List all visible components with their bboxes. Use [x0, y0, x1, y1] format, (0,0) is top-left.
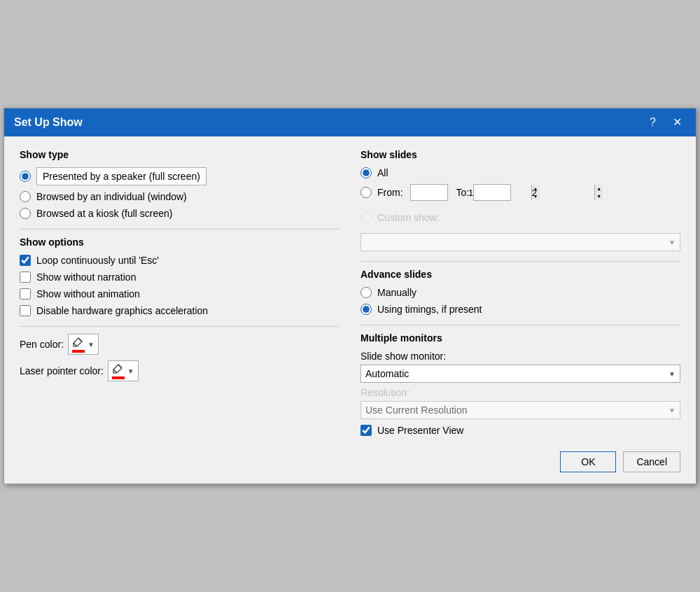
- option-disable-hw[interactable]: Disable hardware graphics acceleration: [20, 305, 340, 316]
- slides-to-up[interactable]: ▲: [595, 185, 603, 192]
- show-type-speaker-label: Presented by a speaker (full screen): [36, 167, 206, 185]
- divider-4: [360, 325, 680, 325]
- slides-to-arrows: ▲ ▼: [594, 185, 603, 200]
- dialog-body: Show type Presented by a speaker (full s…: [4, 136, 696, 446]
- slides-from-row: From: ▲ ▼ To: ▲ ▼: [360, 184, 680, 201]
- resolution-section: Resolution: Use Current Resolution ▼: [360, 387, 680, 419]
- svg-line-2: [74, 343, 77, 346]
- help-button[interactable]: ?: [645, 115, 660, 129]
- pen-color-arrow: ▼: [86, 341, 94, 348]
- slide-show-monitor-label: Slide show monitor:: [360, 351, 446, 362]
- show-slides-label: Show slides: [360, 149, 680, 160]
- laser-color-label: Laser pointer color:: [20, 365, 104, 376]
- advance-timings-radio[interactable]: [360, 304, 372, 315]
- show-type-kiosk-radio[interactable]: [20, 208, 31, 219]
- option-no-animation[interactable]: Show without animation: [20, 288, 340, 299]
- slides-all[interactable]: All: [360, 167, 680, 178]
- option-no-narration-checkbox[interactable]: [20, 272, 31, 283]
- resolution-dropdown[interactable]: Use Current Resolution ▼: [360, 401, 680, 419]
- svg-line-1: [78, 338, 82, 341]
- slide-show-monitor-section: Slide show monitor: Automatic ▼: [360, 351, 680, 383]
- slides-from[interactable]: From:: [360, 187, 403, 198]
- show-type-group: Presented by a speaker (full screen) Bro…: [20, 167, 340, 219]
- advance-slides-label: Advance slides: [360, 269, 680, 280]
- option-no-animation-checkbox[interactable]: [20, 288, 31, 299]
- cancel-button[interactable]: Cancel: [623, 451, 680, 472]
- show-type-individual-label: Browsed by an individual (window): [36, 191, 187, 202]
- laser-color-arrow: ▼: [126, 367, 134, 375]
- advance-manually-label: Manually: [377, 287, 416, 298]
- right-column: Show slides All From: ▲ ▼: [360, 149, 680, 436]
- multiple-monitors-label: Multiple monitors: [360, 332, 680, 344]
- show-type-kiosk-label: Browsed at a kiosk (full screen): [36, 208, 173, 219]
- show-slides-group: All From: ▲ ▼ To:: [360, 167, 680, 251]
- show-type-speaker[interactable]: Presented by a speaker (full screen): [20, 167, 340, 185]
- divider-3: [360, 261, 680, 262]
- svg-marker-0: [74, 338, 82, 346]
- slides-custom-label: Custom show:: [377, 212, 440, 223]
- show-type-speaker-radio[interactable]: [20, 171, 31, 182]
- laser-svg: [112, 363, 125, 376]
- setup-show-dialog: Set Up Show ? ✕ Show type Presented by a…: [4, 108, 696, 484]
- option-no-narration[interactable]: Show without narration: [20, 272, 340, 283]
- use-presenter-view[interactable]: Use Presenter View: [360, 425, 680, 436]
- show-options-label: Show options: [20, 237, 340, 248]
- pen-svg: [72, 337, 85, 349]
- option-loop-label: Loop continuously until 'Esc': [36, 255, 159, 266]
- custom-show-dropdown-arrow: ▼: [668, 239, 676, 246]
- advance-slides-group: Manually Using timings, if present: [360, 287, 680, 315]
- show-options-group: Loop continuously until 'Esc' Show witho…: [20, 255, 340, 316]
- show-type-individual-radio[interactable]: [20, 191, 31, 202]
- divider-1: [20, 229, 340, 230]
- option-disable-hw-label: Disable hardware graphics acceleration: [36, 305, 208, 316]
- divider-2: [20, 326, 340, 327]
- svg-line-5: [113, 369, 117, 373]
- pen-color-button[interactable]: ▼: [68, 334, 99, 355]
- ok-button[interactable]: OK: [560, 451, 616, 472]
- option-no-narration-label: Show without narration: [36, 272, 136, 283]
- left-column: Show type Presented by a speaker (full s…: [20, 149, 340, 436]
- option-loop[interactable]: Loop continuously until 'Esc': [20, 255, 340, 266]
- laser-color-row: Laser pointer color: ▼: [20, 360, 340, 381]
- slide-show-monitor-dropdown[interactable]: Automatic ▼: [360, 365, 680, 383]
- option-no-animation-label: Show without animation: [36, 288, 140, 299]
- slides-all-radio[interactable]: [360, 167, 372, 178]
- slides-from-radio[interactable]: [360, 187, 372, 198]
- pen-icon: [72, 337, 85, 353]
- advance-timings-label: Using timings, if present: [377, 304, 482, 315]
- slides-to-dn[interactable]: ▼: [595, 192, 603, 200]
- advance-timings[interactable]: Using timings, if present: [360, 304, 680, 315]
- svg-marker-3: [113, 365, 122, 373]
- slides-to-label: To:: [456, 187, 470, 198]
- resolution-value: Use Current Resolution: [365, 404, 468, 416]
- custom-show-row: Custom show:: [360, 212, 680, 223]
- show-type-kiosk[interactable]: Browsed at a kiosk (full screen): [20, 208, 340, 219]
- resolution-label: Resolution:: [360, 387, 410, 398]
- pen-color-label: Pen color:: [20, 339, 64, 350]
- pen-color-bar: [72, 350, 85, 353]
- advance-manually-radio[interactable]: [360, 287, 372, 298]
- option-loop-checkbox[interactable]: [20, 255, 31, 266]
- svg-line-4: [118, 365, 122, 368]
- show-type-individual[interactable]: Browsed by an individual (window): [20, 191, 340, 202]
- slides-to-spinbox: ▲ ▼: [473, 184, 511, 201]
- dialog-title: Set Up Show: [14, 116, 83, 129]
- laser-color-button[interactable]: ▼: [108, 360, 139, 381]
- advance-manually[interactable]: Manually: [360, 287, 680, 298]
- custom-show-dropdown[interactable]: ▼: [360, 233, 680, 251]
- slide-show-monitor-label-row: Slide show monitor:: [360, 351, 680, 362]
- slide-show-monitor-value: Automatic: [365, 368, 409, 379]
- slides-to-value[interactable]: [474, 188, 594, 198]
- laser-icon: [112, 363, 125, 379]
- slides-custom-radio[interactable]: [360, 212, 372, 223]
- slides-from-label: From:: [377, 187, 403, 198]
- titlebar: Set Up Show ? ✕: [4, 108, 696, 136]
- resolution-arrow: ▼: [668, 407, 676, 414]
- close-button[interactable]: ✕: [668, 115, 686, 129]
- slides-custom[interactable]: Custom show:: [360, 212, 440, 223]
- resolution-label-row: Resolution:: [360, 387, 680, 398]
- option-disable-hw-checkbox[interactable]: [20, 305, 31, 316]
- pen-color-row: Pen color: ▼: [20, 334, 340, 355]
- use-presenter-view-label: Use Presenter View: [377, 425, 463, 436]
- use-presenter-view-checkbox[interactable]: [360, 425, 372, 436]
